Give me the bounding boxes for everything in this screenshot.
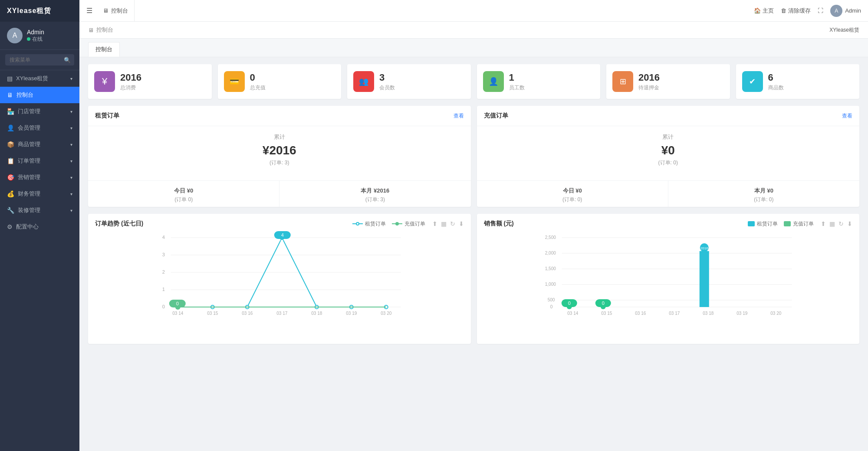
- svg-text:1: 1: [162, 287, 165, 292]
- members-label: 会员数: [379, 84, 395, 92]
- rental-order-link[interactable]: 查看: [454, 112, 464, 120]
- sales-amount-panel: 销售额 (元) 租赁订单 充值订单: [477, 214, 860, 344]
- chart-refresh-icon[interactable]: ↻: [450, 220, 455, 227]
- chevron-down-icon: ▾: [70, 159, 72, 163]
- sales-amount-chart-area: 2,500 2,000 1,500 1,000 500 0: [477, 231, 860, 326]
- deposit-label: 待退押金: [638, 84, 660, 92]
- finance-icon: 💰: [7, 190, 14, 197]
- status-dot: [27, 37, 30, 41]
- tab-dashboard[interactable]: 控制台: [88, 42, 120, 57]
- chevron-down-icon: ▾: [70, 126, 72, 131]
- svg-text:03 14: 03 14: [567, 311, 578, 316]
- chart-upload-icon[interactable]: ⬆: [432, 220, 437, 227]
- recharge-icon: 💳: [224, 71, 245, 92]
- legend-rental-bar-label: 租赁订单: [757, 220, 778, 228]
- stat-card-total-consumption: ¥ 2016 总消费: [88, 64, 212, 99]
- sidebar-search-container: 🔍: [0, 50, 79, 70]
- svg-text:03 19: 03 19: [736, 311, 747, 316]
- stat-cards-row: ¥ 2016 总消费 💳 0 总充值 👥 3 会员数: [88, 64, 859, 99]
- recharge-today-stat: 今日 ¥0 (订单: 0): [477, 181, 668, 207]
- recharge-cumulative-amount: ¥0: [484, 144, 853, 157]
- chart-refresh-icon2[interactable]: ↻: [838, 220, 844, 227]
- recharge-today-label: 今日 ¥0: [480, 187, 664, 195]
- rental-month-orders: (订单: 3): [283, 196, 467, 203]
- rental-cumulative-label: 累计: [95, 133, 464, 141]
- svg-text:03 16: 03 16: [635, 311, 646, 316]
- grid-icon: ▤: [7, 75, 13, 82]
- deposit-value: 2016: [638, 72, 660, 83]
- svg-text:0: 0: [602, 301, 604, 306]
- rental-month-stat: 本月 ¥2016 (订单: 3): [279, 181, 470, 207]
- recharge-order-body: 累计 ¥0 (订单: 0): [477, 126, 860, 173]
- sidebar-item-store[interactable]: 🏪 门店管理 ▾: [0, 103, 79, 120]
- svg-text:500: 500: [547, 297, 555, 302]
- rental-cumulative-orders: (订单: 3): [95, 159, 464, 167]
- goods-count-label: 商品数: [768, 84, 784, 92]
- svg-text:1,500: 1,500: [545, 266, 556, 271]
- home-button[interactable]: 🏠 主页: [754, 7, 774, 15]
- recharge-order-title: 充值订单: [484, 112, 508, 120]
- recharge-month-orders: (订单: 0): [672, 196, 856, 203]
- recharge-label: 总充值: [250, 84, 266, 92]
- clear-cache-button[interactable]: 🗑 清除缓存: [781, 7, 811, 15]
- chart-upload-icon2[interactable]: ⬆: [821, 220, 826, 227]
- recharge-order-link[interactable]: 查看: [842, 112, 852, 120]
- sales-amount-legend: 租赁订单 充值订单: [748, 220, 814, 228]
- marketing-icon: 🎯: [7, 174, 14, 181]
- employees-value: 1: [509, 72, 525, 83]
- recharge-order-panel: 充值订单 查看 累计 ¥0 (订单: 0) 今日 ¥0 (订单: 0) 本月 ¥…: [477, 106, 860, 207]
- sidebar-item-xylease[interactable]: ▤ XYlease租赁 ▾: [0, 70, 79, 87]
- svg-text:0: 0: [162, 304, 165, 309]
- svg-text:03 15: 03 15: [207, 311, 218, 316]
- stat-card-goods-count: ✔ 6 商品数: [736, 64, 860, 99]
- svg-text:2016: 2016: [700, 246, 708, 250]
- topbar: ☰ 🖥 控制台 🏠 主页 🗑 清除缓存 ⛶ A Admin: [79, 0, 868, 22]
- main-content: ☰ 🖥 控制台 🏠 主页 🗑 清除缓存 ⛶ A Admin: [79, 0, 868, 451]
- rental-today-orders: (订单 0): [92, 196, 276, 203]
- menu-toggle-button[interactable]: ☰: [86, 7, 92, 15]
- breadcrumb-label: 控制台: [96, 26, 113, 34]
- sales-amount-title: 销售额 (元): [484, 220, 514, 228]
- sidebar-item-label: 订单管理: [18, 157, 40, 165]
- sidebar-item-member[interactable]: 👤 会员管理 ▾: [0, 120, 79, 136]
- sidebar-item-marketing[interactable]: 🎯 营销管理 ▾: [0, 169, 79, 186]
- svg-text:4: 4: [162, 235, 165, 240]
- svg-text:03 20: 03 20: [770, 311, 781, 316]
- employees-icon: 👤: [483, 71, 504, 92]
- order-trend-panel: 订单趋势 (近七日) 租赁订单: [88, 214, 471, 344]
- rental-order-panel: 租赁订单 查看 累计 ¥2016 (订单: 3) 今日 ¥0 (订单 0) 本月…: [88, 106, 471, 207]
- consumption-value: 2016: [120, 72, 141, 83]
- chevron-down-icon: ▾: [70, 208, 72, 213]
- sidebar-item-goods[interactable]: 📦 商品管理 ▾: [0, 136, 79, 153]
- sidebar-item-config[interactable]: ⚙ 配置中心: [0, 219, 79, 235]
- legend-recharge-label: 充值订单: [404, 220, 425, 228]
- chart-bar-icon2[interactable]: ▦: [829, 220, 835, 227]
- chart-download-icon[interactable]: ⬇: [459, 220, 464, 227]
- sidebar-item-dashboard[interactable]: 🖥 控制台: [0, 87, 79, 103]
- stat-card-pending-deposit: ⊞ 2016 待退押金: [606, 64, 730, 99]
- sidebar-item-finance[interactable]: 💰 财务管理 ▾: [0, 186, 79, 202]
- stat-card-members: 👥 3 会员数: [347, 64, 471, 99]
- chevron-down-icon: ▾: [70, 175, 72, 180]
- sidebar-item-decoration[interactable]: 🔧 装修管理 ▾: [0, 202, 79, 219]
- user-name: Admin: [27, 29, 44, 36]
- chart-download-icon2[interactable]: ⬇: [847, 220, 852, 227]
- clear-label: 清除缓存: [788, 7, 811, 15]
- home-label: 主页: [763, 7, 774, 15]
- sidebar-item-order[interactable]: 📋 订单管理 ▾: [0, 153, 79, 169]
- rental-month-label: 本月 ¥2016: [283, 187, 467, 195]
- svg-text:03 17: 03 17: [669, 311, 680, 316]
- config-icon: ⚙: [7, 223, 13, 230]
- sales-chart-actions: ⬆ ▦ ↻ ⬇: [821, 220, 852, 227]
- sidebar-item-label: 装修管理: [18, 206, 40, 214]
- sidebar-item-label: 会员管理: [18, 124, 40, 132]
- svg-text:2,500: 2,500: [545, 235, 556, 240]
- sales-amount-header: 销售额 (元) 租赁订单 充值订单: [477, 214, 860, 231]
- order-panels-row: 租赁订单 查看 累计 ¥2016 (订单: 3) 今日 ¥0 (订单 0) 本月…: [88, 106, 859, 207]
- chart-bar-icon[interactable]: ▦: [441, 220, 447, 227]
- rental-cumulative-amount: ¥2016: [95, 144, 464, 157]
- svg-text:2,000: 2,000: [545, 251, 556, 255]
- store-icon: 🏪: [7, 108, 14, 115]
- fullscreen-button[interactable]: ⛶: [818, 7, 823, 14]
- topbar-tab-dashboard[interactable]: 🖥 控制台: [97, 0, 135, 22]
